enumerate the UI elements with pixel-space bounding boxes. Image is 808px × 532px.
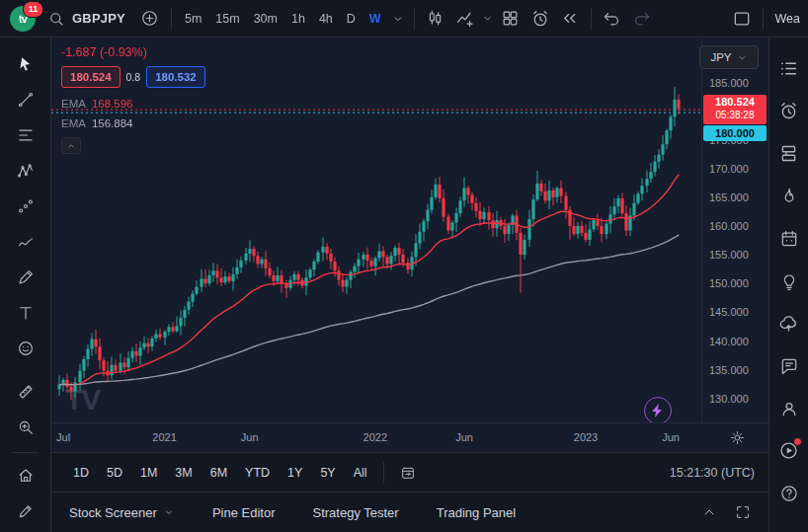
emoji-tool-button[interactable] — [9, 332, 42, 365]
timeframe-1h[interactable]: 1h — [284, 6, 312, 32]
legend-collapse-button[interactable] — [61, 137, 81, 154]
tab-strategy-tester[interactable]: Strategy Tester — [312, 505, 398, 520]
symbol-search-button[interactable]: GBPJPY — [41, 6, 135, 32]
range-1m[interactable]: 1M — [132, 463, 165, 483]
watchlist-button[interactable] — [773, 47, 805, 90]
timeframe-1d[interactable]: D — [340, 6, 363, 32]
indicator-legend-row[interactable]: EMA 156.884 — [61, 117, 205, 129]
price-scale-label: 155.000 — [709, 249, 749, 261]
price-scale-label: 170.000 — [709, 163, 749, 175]
panel-expand-button[interactable] — [701, 504, 717, 520]
indicators-icon — [455, 9, 475, 29]
hotlists-button[interactable] — [773, 175, 805, 217]
price-scale-label: 135.000 — [709, 364, 749, 376]
timeframe-1w[interactable]: W — [363, 6, 388, 32]
object-tree-button[interactable] — [773, 132, 805, 175]
range-5y[interactable]: 5Y — [312, 463, 343, 483]
indicator-label: EMA — [61, 98, 86, 110]
sell-button[interactable]: 180.524 — [61, 66, 121, 88]
indicators-button[interactable] — [450, 4, 480, 34]
range-1d[interactable]: 1D — [65, 463, 97, 483]
calendar-button[interactable] — [773, 217, 805, 260]
time-axis-label: Jul — [56, 431, 70, 443]
create-alert-button[interactable] — [525, 4, 555, 34]
indicator-label: EMA — [61, 117, 86, 129]
timeframe-15m[interactable]: 15m — [208, 6, 246, 32]
chat-icon — [779, 356, 799, 376]
help-button[interactable] — [773, 472, 805, 514]
text-tool-button[interactable] — [9, 296, 42, 330]
chat-button[interactable] — [773, 344, 805, 387]
minds-button[interactable] — [773, 302, 805, 344]
forecast-tool-button[interactable] — [9, 190, 42, 223]
timezone-clock[interactable]: 15:21:30 (UTC) — [670, 466, 755, 480]
range-6m[interactable]: 6M — [202, 463, 235, 483]
price-scale-label: 145.000 — [709, 306, 749, 318]
alerts-button[interactable] — [773, 90, 805, 132]
fib-lines-icon — [17, 126, 35, 144]
timeframe-4h[interactable]: 4h — [312, 6, 340, 32]
panel-restore-button[interactable] — [735, 504, 751, 520]
chart-style-button[interactable] — [421, 4, 450, 34]
ideas-button[interactable] — [773, 260, 805, 302]
measure-tool-button[interactable] — [9, 375, 42, 409]
divider — [414, 8, 415, 30]
chevron-down-icon — [391, 12, 405, 26]
range-ytd[interactable]: YTD — [237, 463, 278, 483]
range-all[interactable]: All — [346, 463, 375, 483]
interval-menu-button[interactable] — [388, 4, 408, 34]
trend-line-tool-button[interactable] — [9, 83, 42, 116]
chart-pane[interactable]: TV -1.687 (-0.93%) 180.524 0.8 180.532 E… — [51, 38, 768, 422]
divider — [383, 462, 384, 484]
compare-add-button[interactable] — [135, 4, 165, 34]
alerts-icon — [778, 101, 799, 121]
range-5d[interactable]: 5D — [99, 463, 130, 483]
time-axis-label: 2022 — [364, 431, 387, 443]
countdown-timer: 05:38:28 — [716, 110, 755, 122]
range-1y[interactable]: 1Y — [280, 463, 310, 483]
bar-replay-button[interactable] — [555, 4, 585, 34]
timeframe-5m[interactable]: 5m — [178, 6, 208, 32]
quick-action-button[interactable] — [644, 397, 672, 424]
zoom-tool-button[interactable] — [9, 411, 42, 444]
streams-button[interactable] — [773, 387, 805, 429]
time-axis[interactable]: Jul2021Jun2022Jun2023Jun — [51, 422, 768, 453]
redo-button[interactable] — [627, 4, 657, 34]
notification-dot — [793, 437, 802, 446]
layout-grid-button[interactable] — [496, 4, 525, 34]
chart-settings-button[interactable] — [730, 430, 745, 445]
buy-button[interactable]: 180.532 — [146, 66, 205, 88]
pen-tool-button[interactable] — [9, 261, 42, 294]
indicator-legend-row[interactable]: EMA 168.596 — [61, 98, 205, 110]
currency-toggle-button[interactable]: JPY — [699, 45, 759, 69]
time-axis-label: Jun — [662, 431, 680, 443]
brush-tool-button[interactable] — [9, 225, 42, 259]
price-scale[interactable]: 180.524 05:38:28 180.000 185.000180.0001… — [701, 38, 769, 422]
chevron-down-icon — [481, 12, 494, 25]
range-3m[interactable]: 3M — [167, 463, 200, 483]
layout-name[interactable]: Wea — [775, 12, 800, 26]
timeframe-30m[interactable]: 30m — [247, 6, 284, 32]
undo-button[interactable] — [598, 4, 627, 34]
go-to-date-button[interactable] — [392, 462, 424, 484]
pattern-tool-button[interactable] — [9, 154, 42, 188]
videos-button[interactable] — [773, 429, 805, 472]
cursor-tool-button[interactable] — [9, 47, 42, 81]
indicator-value: 156.884 — [92, 117, 133, 129]
chevron-down-icon — [737, 52, 748, 63]
tradingview-app: tv 11 GBPJPY 5m 15m 30m 1h 4h D W — [0, 0, 808, 532]
tab-pine-editor[interactable]: Pine Editor — [212, 505, 276, 520]
layout-manager-button[interactable] — [727, 4, 757, 34]
tab-stock-screener[interactable]: Stock Screener — [69, 505, 175, 520]
indicators-menu-button[interactable] — [480, 4, 496, 34]
edit-tools-button[interactable] — [9, 494, 42, 528]
user-menu-button[interactable]: tv 11 — [8, 4, 41, 34]
fib-tool-button[interactable] — [9, 118, 42, 152]
home-button[interactable] — [9, 459, 42, 493]
price-scale-label: 150.000 — [709, 277, 749, 289]
zoom-icon — [17, 418, 35, 436]
tab-trading-panel[interactable]: Trading Panel — [437, 505, 516, 520]
price-scale-label: 130.000 — [709, 393, 749, 405]
plus-circle-icon — [140, 9, 159, 28]
watchlist-icon — [778, 58, 799, 79]
